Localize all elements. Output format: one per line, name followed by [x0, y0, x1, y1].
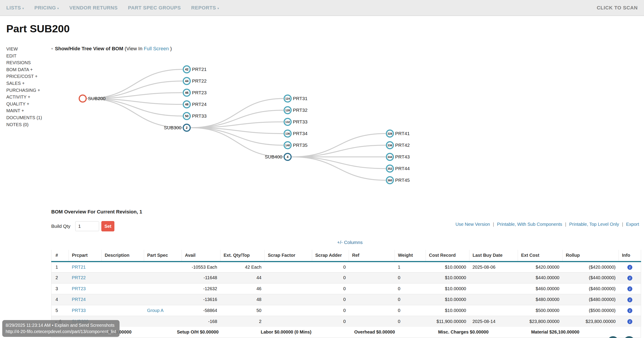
cost-record-cell: $10.00000 — [426, 261, 470, 272]
prcpart-link-prt22[interactable]: PRT22 — [72, 275, 86, 280]
tree-node-prt21[interactable]: 42PRT21 — [183, 66, 207, 73]
avail-cell: -58864 — [182, 305, 220, 316]
tree-node-qty: 132 — [285, 121, 290, 124]
info-icon[interactable]: i — [627, 308, 632, 313]
tree-node-label: PRT42 — [395, 143, 410, 148]
tree-node-qty: 136 — [285, 132, 290, 135]
click-to-scan-button[interactable]: CLICK TO SCAN — [597, 5, 638, 11]
scrap-adder-cell: 0 — [312, 305, 349, 316]
action-link-export[interactable]: Export — [626, 222, 639, 227]
row-number-cell: 5 — [52, 305, 69, 316]
column-header-scrap-factor: Scrap Factor — [265, 250, 312, 261]
description-cell — [102, 261, 144, 272]
action-link-printable-with-sub-components[interactable]: Printable, With Sub Components — [497, 222, 562, 227]
tree-node-label: PRT21 — [192, 67, 207, 72]
info-icon[interactable]: i — [627, 276, 632, 281]
tree-node-qty: 328 — [388, 132, 392, 135]
scrap-adder-cell: 0 — [312, 294, 349, 305]
link-separator: | — [622, 222, 623, 227]
bom-action-links: Use New Version|Printable, With Sub Comp… — [456, 222, 639, 227]
last-buy-cell — [470, 305, 518, 316]
tree-node-prt41[interactable]: 328PRT41 — [386, 130, 410, 137]
bom-overview-heading: BOM Overview For Current Revision, 1 — [51, 209, 142, 215]
rollup-cell: ($460.00000) — [563, 283, 619, 294]
info-cell: i — [619, 294, 641, 305]
row-number-cell: 3 — [52, 283, 69, 294]
info-icon[interactable]: i — [627, 265, 632, 270]
tree-node-sub300[interactable]: 2SUB300 — [164, 124, 190, 131]
ref-cell — [349, 283, 395, 294]
ext-cost-cell: $23,800.00000 — [518, 316, 563, 327]
info-icon[interactable]: i — [627, 286, 632, 291]
info-icon[interactable]: i — [627, 297, 632, 302]
tree-edge — [292, 157, 386, 169]
column-header-ext-cost: Ext Cost — [518, 250, 563, 261]
cost-record-cell: $10.00000 — [426, 283, 470, 294]
tree-node-qty: 46 — [185, 91, 188, 95]
info-cell: i — [619, 261, 641, 272]
columns-toggle-link[interactable]: +/- Columns — [337, 240, 363, 245]
tree-node-qty: 336 — [388, 144, 392, 147]
part-spec-cell — [144, 316, 182, 327]
description-cell — [102, 294, 144, 305]
description-cell — [102, 283, 144, 294]
tree-node-label: PRT35 — [293, 143, 308, 148]
tree-node-prt31[interactable]: 124PRT31 — [284, 95, 308, 102]
tree-node-sub200[interactable]: SUB200 — [79, 95, 106, 102]
tree-node-prt44[interactable]: 352PRT44 — [386, 165, 410, 172]
tree-node-prt23[interactable]: 46PRT23 — [183, 89, 207, 96]
column-header-ext-qty-top: Ext. Qty/Top — [220, 250, 265, 261]
scrap-adder-cell: 0 — [312, 283, 349, 294]
prcpart-cell: PRT33 — [69, 305, 102, 316]
tree-node-prt43[interactable]: 344PRT43 — [386, 154, 410, 161]
info-cell: i — [619, 283, 641, 294]
tree-node-prt24[interactable]: 48PRT24 — [183, 101, 207, 108]
part-spec-link-group-a[interactable]: Group A — [147, 308, 164, 313]
tree-node-qty: 48 — [185, 103, 188, 106]
tree-node-prt34[interactable]: 136PRT34 — [284, 130, 308, 137]
info-cell: i — [619, 272, 641, 284]
prcpart-link-prt33[interactable]: PRT33 — [72, 308, 86, 313]
tree-node-qty: 44 — [185, 79, 188, 83]
weight-cell: 0 — [395, 272, 426, 284]
part-spec-cell — [144, 294, 182, 305]
tree-node-prt33[interactable]: 50PRT33 — [183, 113, 207, 120]
bom-table: #PrcpartDescriptionPart SpecAvailExt. Qt… — [51, 250, 641, 338]
tree-node-prt42[interactable]: 336PRT42 — [386, 142, 410, 149]
build-qty-input[interactable] — [75, 221, 99, 231]
scrap-adder-cell: 0 — [312, 272, 349, 284]
tree-node-prt35[interactable]: 140PRT35 — [284, 142, 308, 149]
rollup-cell: $23,800.00000 — [563, 316, 619, 327]
action-link-printable-top-level-only[interactable]: Printable, Top Level Only — [569, 222, 619, 227]
tree-node-prt33[interactable]: 132PRT33 — [284, 119, 308, 126]
prcpart-link-prt23[interactable]: PRT23 — [72, 286, 86, 291]
tree-node-prt22[interactable]: 44PRT22 — [183, 78, 207, 85]
tree-node-prt45[interactable]: 360PRT45 — [386, 177, 410, 184]
scrap-factor-cell — [265, 283, 312, 294]
ext-cost-cell: $460.00000 — [518, 283, 563, 294]
prcpart-cell: PRT22 — [69, 272, 102, 284]
tree-node-prt32[interactable]: 128PRT32 — [284, 107, 308, 114]
avail-cell: -11648 — [182, 272, 220, 284]
tree-node-sub400[interactable]: 4SUB400 — [265, 154, 291, 161]
tree-node-label: PRT45 — [395, 177, 410, 183]
action-link-use-new-version[interactable]: Use New Version — [456, 222, 490, 227]
tree-node-qty: 360 — [388, 179, 392, 182]
tree-edges — [87, 69, 386, 180]
cost-summary-row: Setup $0.00000Setup O/H $0.00000Labor $0… — [51, 327, 641, 338]
tree-node-qty: 42 — [185, 68, 188, 71]
info-icon[interactable]: i — [627, 319, 632, 324]
prcpart-link-prt21[interactable]: PRT21 — [72, 265, 86, 270]
column-header-description: Description — [102, 250, 144, 261]
table-header-row: #PrcpartDescriptionPart SpecAvailExt. Qt… — [52, 250, 641, 261]
column-header-part-spec: Part Spec — [144, 250, 182, 261]
ext-qty-cell: 48 — [220, 294, 265, 305]
last-buy-cell: 2025-08-14 — [470, 316, 518, 327]
tree-node-label: PRT33 — [293, 119, 308, 124]
set-button[interactable]: Set — [101, 221, 114, 231]
summary-setup-o-h: Setup O/H $0.00000 — [177, 330, 219, 335]
tree-node-circle[interactable] — [79, 95, 86, 102]
tree-node-label: PRT33 — [192, 113, 207, 119]
description-cell — [102, 272, 144, 284]
prcpart-link-prt24[interactable]: PRT24 — [72, 297, 86, 302]
